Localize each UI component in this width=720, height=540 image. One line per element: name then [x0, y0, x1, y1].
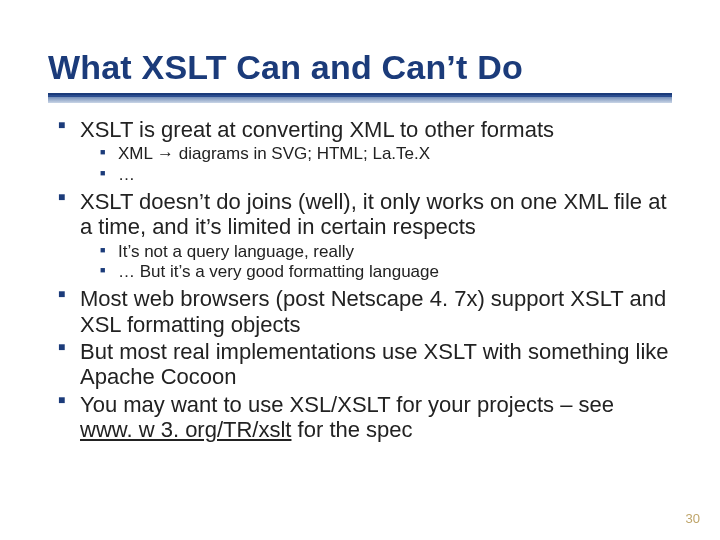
sub-bullet-list: XML → diagrams in SVG; HTML; La.Te.X … — [80, 144, 672, 185]
sub-bullet-item: It’s not a query language, really — [100, 242, 672, 262]
sub-bullet-text: … But it’s a very good formatting langua… — [118, 262, 439, 281]
sub-bullet-text: XML → diagrams in SVG; HTML; La.Te.X — [118, 144, 430, 163]
bullet-text-suffix: for the spec — [291, 417, 412, 442]
sub-bullet-item: … But it’s a very good formatting langua… — [100, 262, 672, 282]
bullet-item: XSLT is great at converting XML to other… — [58, 117, 672, 185]
bullet-text: XSLT is great at converting XML to other… — [80, 117, 554, 142]
bullet-item: XSLT doesn’t do joins (well), it only wo… — [58, 189, 672, 282]
sub-bullet-list: It’s not a query language, really … But … — [80, 242, 672, 283]
bullet-text-prefix: You may want to use XSL/XSLT for your pr… — [80, 392, 614, 417]
bullet-text: Most web browsers (post Netscape 4. 7x) … — [80, 286, 666, 336]
page-number: 30 — [686, 511, 700, 526]
slide-title: What XSLT Can and Can’t Do — [48, 48, 672, 87]
bullet-item: Most web browsers (post Netscape 4. 7x) … — [58, 286, 672, 337]
bullet-item: You may want to use XSL/XSLT for your pr… — [58, 392, 672, 443]
title-underline — [48, 93, 672, 103]
sub-bullet-item: XML → diagrams in SVG; HTML; La.Te.X — [100, 144, 672, 164]
bullet-text: XSLT doesn’t do joins (well), it only wo… — [80, 189, 667, 239]
sub-bullet-text: It’s not a query language, really — [118, 242, 354, 261]
bullet-text: But most real implementations use XSLT w… — [80, 339, 669, 389]
bullet-item: But most real implementations use XSLT w… — [58, 339, 672, 390]
sub-bullet-text: … — [118, 165, 135, 184]
bullet-list: XSLT is great at converting XML to other… — [48, 117, 672, 442]
sub-bullet-item: … — [100, 165, 672, 185]
spec-link[interactable]: www. w 3. org/TR/xslt — [80, 417, 291, 442]
slide: What XSLT Can and Can’t Do XSLT is great… — [0, 0, 720, 540]
